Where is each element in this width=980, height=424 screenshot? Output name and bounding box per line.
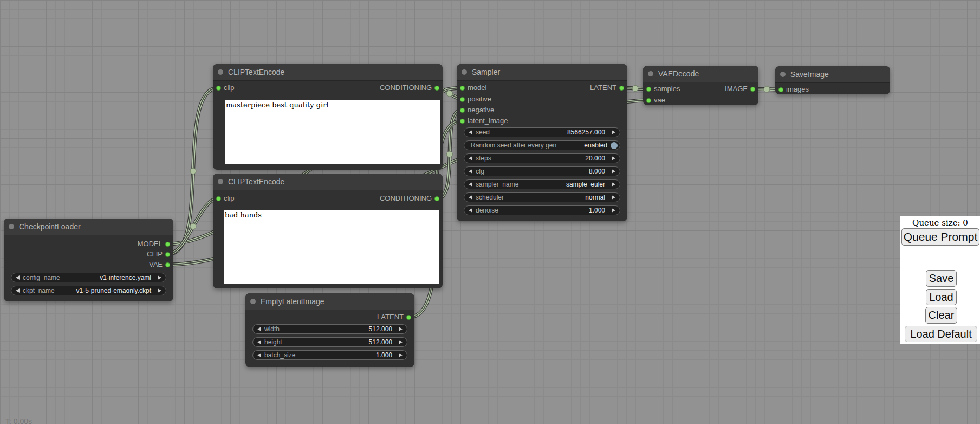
input-slot-label: latent_image: [468, 117, 508, 125]
node-checkpoint-loader[interactable]: CheckpointLoaderMODELCLIPVAEconfig_namev…: [4, 219, 173, 301]
decrement-arrow-icon[interactable]: [469, 156, 472, 160]
input-slot-dot-icon[interactable]: [460, 97, 465, 102]
input-slot-dot-icon[interactable]: [778, 87, 783, 92]
output-slot-label: CLIP: [147, 250, 163, 258]
increment-arrow-icon[interactable]: [612, 182, 615, 187]
widget-config-name[interactable]: config_namev1-inference.yaml: [11, 273, 166, 282]
decrement-arrow-icon[interactable]: [469, 169, 472, 174]
decrement-arrow-icon[interactable]: [16, 275, 20, 280]
widget-label: config_name: [23, 274, 60, 281]
widget-steps[interactable]: steps20.000: [464, 153, 620, 163]
increment-arrow-icon[interactable]: [612, 156, 615, 160]
link-midpoint-dot[interactable]: [447, 91, 453, 97]
collapse-dot-icon[interactable]: [462, 69, 467, 75]
collapse-dot-icon[interactable]: [648, 71, 653, 76]
node-title-bar[interactable]: Sampler: [457, 64, 627, 81]
input-slot-dot-icon[interactable]: [216, 196, 221, 201]
load-button[interactable]: Load: [926, 289, 957, 305]
link-midpoint-dot[interactable]: [190, 168, 196, 174]
increment-arrow-icon[interactable]: [158, 275, 161, 280]
widget-width[interactable]: width512.000: [252, 324, 407, 334]
link-midpoint-dot[interactable]: [632, 86, 638, 92]
decrement-arrow-icon[interactable]: [257, 340, 261, 344]
widget-value: 1.000: [498, 207, 605, 214]
prompt-textarea[interactable]: [225, 100, 440, 164]
widget-label: seed: [476, 129, 490, 136]
decrement-arrow-icon[interactable]: [257, 327, 261, 331]
load-default-button[interactable]: Load Default: [905, 326, 977, 342]
output-slot-dot-icon[interactable]: [750, 87, 755, 92]
node-title-bar[interactable]: CLIPTextEncode: [213, 64, 443, 81]
node-title-bar[interactable]: CLIPTextEncode: [213, 174, 443, 190]
decrement-arrow-icon[interactable]: [469, 195, 472, 200]
collapse-dot-icon[interactable]: [250, 299, 256, 304]
input-slot-dot-icon[interactable]: [460, 119, 465, 124]
output-slot-dot-icon[interactable]: [406, 315, 411, 320]
node-title-bar[interactable]: SaveImage: [775, 66, 890, 83]
collapse-dot-icon[interactable]: [9, 224, 14, 229]
increment-arrow-icon[interactable]: [399, 353, 403, 357]
node-save-image[interactable]: SaveImageimages: [775, 66, 890, 94]
node-title-bar[interactable]: EmptyLatentImage: [245, 293, 414, 310]
widget-cfg[interactable]: cfg8.000: [464, 166, 620, 176]
decrement-arrow-icon[interactable]: [469, 130, 472, 134]
increment-arrow-icon[interactable]: [612, 169, 615, 174]
node-clip-text-encode-positive[interactable]: CLIPTextEncodeclipCONDITIONING: [213, 64, 443, 170]
node-title-bar[interactable]: VAEDecode: [643, 66, 758, 82]
output-slot-dot-icon[interactable]: [165, 252, 170, 257]
link-midpoint-dot[interactable]: [764, 86, 770, 92]
output-slot-image: IMAGE: [725, 85, 748, 93]
output-slot-dot-icon[interactable]: [434, 196, 439, 201]
node-empty-latent-image[interactable]: EmptyLatentImageLATENTwidth512.000height…: [245, 293, 414, 367]
increment-arrow-icon[interactable]: [612, 195, 615, 200]
output-slot-dot-icon[interactable]: [434, 86, 439, 91]
widget-label: scheduler: [476, 194, 504, 201]
save-button[interactable]: Save: [926, 270, 957, 287]
input-slot-dot-icon[interactable]: [460, 108, 465, 113]
increment-arrow-icon[interactable]: [612, 208, 615, 213]
collapse-dot-icon[interactable]: [218, 179, 223, 184]
link-midpoint-dot[interactable]: [447, 151, 453, 157]
input-slot-dot-icon[interactable]: [460, 86, 465, 91]
increment-arrow-icon[interactable]: [612, 130, 615, 134]
decrement-arrow-icon[interactable]: [469, 182, 472, 187]
widget-seed[interactable]: seed8566257.000: [464, 127, 620, 137]
output-slot-dot-icon[interactable]: [619, 86, 624, 91]
widget-value: v1-inference.yaml: [60, 274, 151, 281]
input-slot-dot-icon[interactable]: [646, 98, 651, 103]
output-slot-dot-icon[interactable]: [165, 262, 170, 267]
decrement-arrow-icon[interactable]: [257, 353, 261, 357]
widget-scheduler[interactable]: schedulernormal: [464, 192, 620, 202]
collapse-dot-icon[interactable]: [218, 69, 223, 75]
link-midpoint-dot[interactable]: [190, 223, 196, 229]
prompt-textarea[interactable]: [224, 210, 439, 284]
node-title-bar[interactable]: CheckpointLoader: [4, 219, 173, 235]
output-slot-dot-icon[interactable]: [165, 242, 170, 247]
widget-sampler-name[interactable]: sampler_namesample_euler: [464, 179, 620, 189]
widget-denoise[interactable]: denoise1.000: [464, 205, 620, 215]
execution-timer: T: 0.00s: [5, 417, 32, 424]
node-vae-decode[interactable]: VAEDecodesamplesvaeIMAGE: [643, 66, 758, 105]
input-slot-label: clip: [224, 83, 235, 92]
increment-arrow-icon[interactable]: [158, 288, 161, 293]
clear-button[interactable]: Clear: [925, 307, 957, 324]
decrement-arrow-icon[interactable]: [469, 208, 472, 213]
node-clip-text-encode-negative[interactable]: CLIPTextEncodeclipCONDITIONING: [213, 174, 443, 288]
input-slot-dot-icon[interactable]: [646, 87, 651, 92]
widget-batch-size[interactable]: batch_size1.000: [252, 350, 407, 360]
increment-arrow-icon[interactable]: [399, 340, 403, 344]
node-sampler[interactable]: Samplermodelpositivenegativelatent_image…: [457, 64, 627, 221]
widget-height[interactable]: height512.000: [252, 337, 407, 347]
widget-label: batch_size: [264, 351, 295, 359]
node-graph-canvas[interactable]: T: 0.00s CheckpointLoaderMODELCLIPVAEcon…: [0, 0, 980, 424]
input-slot-dot-icon[interactable]: [216, 86, 221, 91]
widget-random-seed-after-every-gen[interactable]: Random seed after every genenabled: [464, 140, 620, 150]
widget-ckpt-name[interactable]: ckpt_namev1-5-pruned-emaonly.ckpt: [11, 286, 166, 295]
toggle-knob-icon[interactable]: [611, 142, 618, 149]
queue-prompt-button[interactable]: Queue Prompt: [901, 228, 979, 246]
increment-arrow-icon[interactable]: [399, 327, 403, 331]
collapse-dot-icon[interactable]: [780, 72, 786, 77]
link-wire: [168, 198, 218, 254]
input-slot-samples: samples: [654, 85, 680, 93]
decrement-arrow-icon[interactable]: [16, 288, 20, 293]
